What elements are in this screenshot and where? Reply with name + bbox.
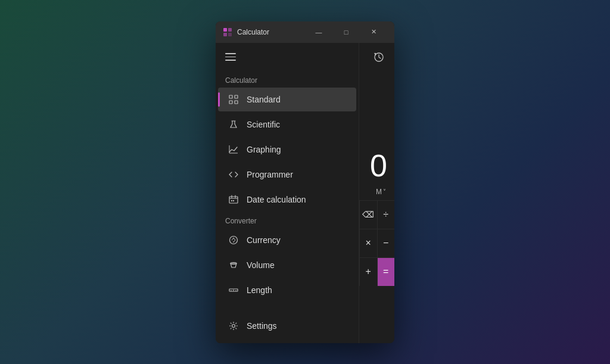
calculator-section-label: Calculator [216, 71, 359, 87]
nav-item-scientific-label: Scientific [247, 120, 280, 129]
hamburger-button[interactable] [225, 48, 244, 67]
nav-item-date-label: Date calculation [247, 195, 306, 204]
history-button[interactable] [368, 46, 390, 68]
grid-icon [228, 94, 239, 105]
nav-item-scientific[interactable]: Scientific [218, 113, 356, 136]
window-controls: — □ ✕ [305, 21, 387, 43]
add-button[interactable]: + [359, 257, 377, 286]
svg-rect-0 [223, 28, 227, 32]
nav-panel: Calculator Standard [216, 43, 359, 343]
converter-section-label: Converter [216, 212, 359, 228]
nav-item-programmer[interactable]: Programmer [218, 163, 356, 186]
nav-item-date[interactable]: Date calculation [218, 188, 356, 211]
multiply-button[interactable]: × [359, 229, 377, 257]
display-area: 0 [359, 71, 394, 183]
equals-button[interactable]: = [377, 257, 395, 286]
svg-rect-6 [229, 101, 232, 104]
length-icon [228, 284, 239, 296]
display-value: 0 [370, 150, 387, 181]
right-top-bar [359, 43, 394, 71]
nav-item-settings-label: Settings [247, 321, 277, 331]
svg-point-24 [232, 324, 235, 327]
memory-button[interactable]: M ˅ [372, 186, 390, 197]
nav-item-graphing-label: Graphing [247, 145, 281, 154]
buttons-grid: ⌫ ÷ × − + = [359, 200, 394, 343]
svg-rect-14 [231, 200, 232, 201]
flask-icon [228, 119, 239, 130]
svg-rect-3 [228, 33, 232, 36]
nav-item-currency-label: Currency [247, 235, 281, 245]
nav-item-graphing[interactable]: Graphing [218, 138, 356, 161]
hamburger-line-2 [225, 57, 236, 58]
nav-item-volume-label: Volume [247, 260, 275, 270]
hamburger-line-1 [225, 53, 236, 54]
titlebar: Calculator — □ ✕ [216, 21, 394, 43]
svg-rect-7 [235, 101, 238, 104]
svg-rect-4 [229, 95, 232, 98]
main-content: Calculator Standard [216, 43, 394, 343]
svg-rect-10 [229, 197, 238, 203]
memory-bar: M ˅ [359, 183, 394, 200]
calendar-icon [228, 194, 239, 206]
svg-rect-5 [235, 95, 238, 98]
graph-icon [228, 144, 239, 155]
hamburger-line-3 [225, 60, 236, 61]
settings-icon [228, 320, 239, 332]
memory-chevron: ˅ [383, 188, 386, 195]
calculator-window: Calculator — □ ✕ Calculator [216, 21, 394, 343]
nav-header [216, 43, 359, 71]
volume-icon [228, 259, 239, 271]
code-icon [228, 169, 239, 181]
backspace-button[interactable]: ⌫ [359, 200, 377, 229]
svg-point-16 [230, 236, 238, 244]
nav-item-volume[interactable]: Volume [218, 253, 356, 277]
subtract-button[interactable]: − [377, 229, 395, 257]
window-title: Calculator [237, 28, 305, 36]
nav-item-length[interactable]: Length [218, 278, 356, 302]
nav-item-programmer-label: Programmer [247, 170, 293, 179]
svg-rect-1 [228, 28, 232, 32]
svg-rect-15 [233, 200, 234, 201]
maximize-button[interactable]: □ [332, 21, 360, 43]
settings-section: Settings [216, 313, 359, 343]
nav-item-length-label: Length [247, 285, 272, 295]
right-panel: 0 M ˅ ⌫ ÷ × − + = [359, 43, 394, 343]
nav-item-standard[interactable]: Standard [218, 88, 356, 111]
memory-label: M [376, 188, 382, 196]
currency-icon [228, 234, 239, 246]
nav-item-settings[interactable]: Settings [218, 314, 356, 338]
svg-rect-2 [223, 33, 227, 36]
app-icon [223, 27, 232, 37]
divide-button[interactable]: ÷ [377, 200, 395, 229]
close-button[interactable]: ✕ [360, 21, 387, 43]
minimize-button[interactable]: — [305, 21, 332, 43]
nav-item-currency[interactable]: Currency [218, 228, 356, 252]
nav-item-standard-label: Standard [247, 95, 281, 104]
